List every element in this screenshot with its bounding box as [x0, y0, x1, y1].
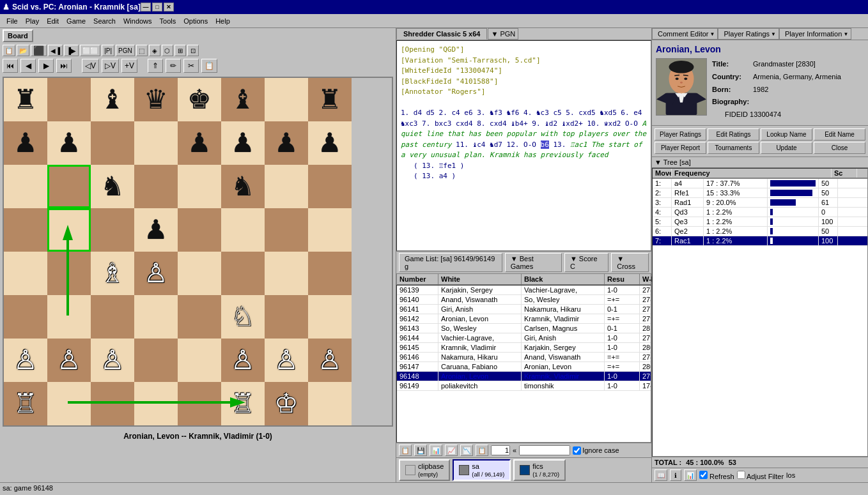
next-move-btn[interactable]: ▶ [38, 59, 54, 73]
square-c3[interactable] [91, 295, 134, 339]
gamelist-tab-main[interactable]: Game List: [sa] 96149/96149 g [399, 253, 502, 272]
square-a3[interactable] [4, 295, 47, 339]
square-e2[interactable] [178, 339, 221, 382]
square-g7[interactable]: ♟ [265, 121, 308, 165]
square-h6[interactable] [308, 165, 352, 208]
square-g8[interactable] [265, 78, 308, 121]
minimize-button[interactable]: — [141, 3, 151, 11]
board-grid[interactable]: ♜♝♛♚♝♜♟♟♟♟♟♟♞♞♟♗♙♘♙♙♙♙♙♙♖♖♔ [3, 77, 393, 427]
square-b4[interactable] [47, 252, 91, 295]
close-player-btn[interactable]: Close [814, 142, 865, 154]
square-b3[interactable] [47, 295, 91, 339]
toolbar-btn4[interactable]: ⬜⬜ [80, 45, 100, 56]
square-e4[interactable] [178, 252, 221, 295]
gamelist-tab-best[interactable]: ▼ Best Games [505, 253, 562, 272]
menu-file[interactable]: File [3, 16, 22, 26]
player-ratings-btn[interactable]: Player Ratings [655, 128, 706, 141]
square-c5[interactable] [91, 208, 134, 252]
square-h3[interactable] [308, 295, 352, 339]
square-d4[interactable]: ♙ [134, 252, 178, 295]
square-f2[interactable]: ♙ [221, 339, 265, 382]
square-b5[interactable] [47, 208, 91, 252]
annotate-btn[interactable]: ✏ [166, 59, 181, 73]
db-fics[interactable]: fics(1 / 8,270) [513, 459, 566, 481]
tree-row[interactable]: 3:Rad19 : 20.0%61 [653, 198, 867, 208]
edit-ratings-btn[interactable]: Edit Ratings [708, 128, 759, 141]
square-b7[interactable]: ♟ [47, 121, 91, 165]
square-e5[interactable] [178, 208, 221, 252]
tree-row[interactable]: 7:Rac11 : 2.2%100 [653, 236, 867, 246]
gamelist-icon6[interactable]: 📋 [476, 445, 488, 456]
toolbar-btn10[interactable]: ⊞ [174, 45, 186, 56]
square-a5[interactable] [4, 208, 47, 252]
pgn-tab-shredder[interactable]: Shredder Classic 5 x64 [396, 28, 487, 40]
gamelist-tab-cross[interactable]: ▼ Cross [611, 253, 649, 272]
square-f6[interactable]: ♞ [221, 165, 265, 208]
square-d6[interactable] [134, 165, 178, 208]
menu-help[interactable]: Help [212, 16, 234, 26]
square-e6[interactable] [178, 165, 221, 208]
square-e8[interactable]: ♚ [178, 78, 221, 121]
player-tab-info[interactable]: Player Information [779, 28, 851, 40]
square-a4[interactable] [4, 252, 47, 295]
square-f7[interactable]: ♟ [221, 121, 265, 165]
square-b6[interactable] [47, 165, 91, 208]
tree-graph-btn[interactable]: 📊 [684, 469, 697, 481]
square-g5[interactable] [265, 208, 308, 252]
square-a6[interactable] [4, 165, 47, 208]
last-move-btn[interactable]: ⏭ [56, 59, 72, 73]
square-c6[interactable]: ♞ [91, 165, 134, 208]
pgn-area[interactable]: [Opening "QGD"][Variation "Semi-Tarrasch… [396, 40, 651, 251]
menu-tools[interactable]: Tools [156, 16, 180, 26]
table-row[interactable]: 96139Karjakin, SergeyVachier-Lagrave,1-0… [397, 286, 651, 295]
table-row[interactable]: 96140Anand, ViswanathSo, Wesley=+=278628 [397, 295, 651, 305]
menu-play[interactable]: Play [22, 16, 43, 26]
menu-search[interactable]: Search [89, 16, 120, 26]
open-btn[interactable]: 📂 [17, 45, 29, 56]
table-row[interactable]: 96144Vachier-Lagrave,Giri, Anish1-027962 [397, 333, 651, 343]
square-h7[interactable]: ♟ [308, 121, 352, 165]
gamelist-icon4[interactable]: 📈 [445, 445, 458, 456]
table-row[interactable]: 96145Kramnik, VladimirKarjakin, Sergey1-… [397, 343, 651, 353]
square-g1[interactable]: ♔ [265, 382, 308, 425]
refresh-checkbox[interactable] [699, 471, 708, 479]
square-c2[interactable]: ♙ [91, 339, 134, 382]
table-row[interactable]: 96142Aronian, LevonKramnik, Vladimir=+=2… [397, 314, 651, 324]
menu-windows[interactable]: Windows [120, 16, 156, 26]
promote-btn[interactable]: ⇑ [148, 59, 163, 73]
gamelist-icon2[interactable]: 💾 [414, 445, 427, 456]
menu-edit[interactable]: Edit [43, 16, 63, 26]
gamelist-tab-score[interactable]: ▼ Score C [564, 253, 608, 272]
square-c8[interactable]: ♝ [91, 78, 134, 121]
maximize-button[interactable]: □ [152, 3, 162, 11]
db-sa[interactable]: sa(all / 96,149) [453, 459, 511, 481]
gamelist-icon1[interactable]: 📋 [399, 445, 412, 456]
page-input[interactable] [491, 445, 510, 455]
adjust-filter-checkbox[interactable] [737, 471, 745, 479]
square-f1[interactable]: ♖ [221, 382, 265, 425]
square-c1[interactable] [91, 382, 134, 425]
player-report-btn[interactable]: Player Report [655, 142, 706, 154]
square-g4[interactable] [265, 252, 308, 295]
tree-row[interactable]: 6:Qe21 : 2.2%50 [653, 227, 867, 236]
square-a2[interactable]: ♙ [4, 339, 47, 382]
square-a1[interactable]: ♖ [4, 382, 47, 425]
square-d2[interactable] [134, 339, 178, 382]
toolbar-btn9[interactable]: ⬡ [162, 45, 173, 56]
square-f4[interactable] [221, 252, 265, 295]
pgn-highlight-b6[interactable]: b6 [541, 141, 549, 149]
edit-name-btn[interactable]: Edit Name [814, 128, 865, 141]
add-var-btn[interactable]: +V [121, 59, 137, 73]
tree-table[interactable]: Move Frequency Sc 1:a417 : 37.7%502:Rfe1… [652, 168, 868, 457]
prev-var-btn[interactable]: ◁V [82, 59, 99, 73]
tree-book-btn[interactable]: 📖 [655, 469, 667, 481]
square-c4[interactable]: ♗ [91, 252, 134, 295]
square-c7[interactable] [91, 121, 134, 165]
paste-btn[interactable]: 📋 [201, 59, 217, 73]
ignore-case-checkbox[interactable] [573, 446, 581, 455]
lookup-name-btn[interactable]: Lookup Name [761, 128, 812, 141]
prev-move-btn[interactable]: ◀ [20, 59, 36, 73]
square-a8[interactable]: ♜ [4, 78, 47, 121]
table-row[interactable]: 96147Caruana, FabianoAronian, Levon=+=28… [397, 362, 651, 372]
square-h5[interactable] [308, 208, 352, 252]
